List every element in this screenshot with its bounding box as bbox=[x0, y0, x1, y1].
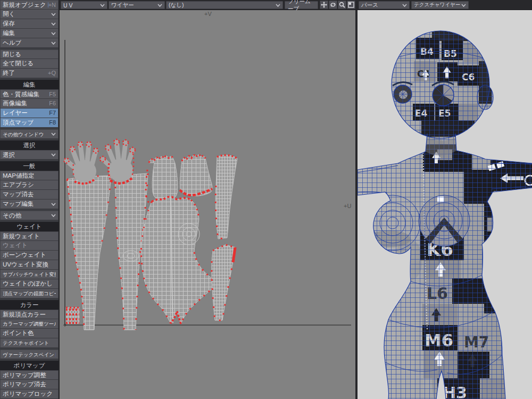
sidebar-item-vertex-map-mirror-copy[interactable]: 頂点マップの鏡面コピー bbox=[0, 289, 59, 298]
select-group: 選択 選択 bbox=[0, 140, 59, 160]
chevron-down-icon bbox=[51, 132, 56, 136]
label: その他ウィンドウ bbox=[3, 130, 44, 139]
sidebar-item-colormap-adjust-tool[interactable]: カラーマップ調整ツール bbox=[0, 319, 59, 329]
label: パース bbox=[361, 2, 378, 9]
weight-group: ウェイト 新規ウェイト ウェイト ボーンウェイト UVウェイト変換 サブパッチウ… bbox=[0, 222, 59, 298]
label: 全て閉じる bbox=[3, 59, 34, 68]
uv-island-foot-top[interactable] bbox=[180, 155, 212, 196]
shortcut: +Q bbox=[48, 69, 56, 78]
sidebar-item-polymap-lock[interactable]: ポリマップロック bbox=[0, 389, 59, 399]
label: (なし) bbox=[169, 2, 184, 9]
model-canvas[interactable]: B4 B5 C4 C6 E4 E5 K6 L6 M6 M7 H3 bbox=[358, 10, 532, 399]
section-header-weight: ウェイト bbox=[0, 222, 59, 231]
sidebar-item-map-erase[interactable]: マップ消去 bbox=[0, 190, 59, 200]
sidebar-item-bone-weight[interactable]: ボーンウェイト bbox=[0, 251, 59, 260]
view-mode-dropdown[interactable]: パース bbox=[359, 1, 410, 9]
label: MAP値指定 bbox=[3, 171, 34, 180]
sidebar-item-color-material-edit[interactable]: 色・質感編集F5 bbox=[0, 89, 59, 99]
shortcut: F8 bbox=[49, 118, 56, 127]
pan-move-icon[interactable] bbox=[320, 1, 328, 9]
layout-panel-icon[interactable] bbox=[347, 1, 355, 9]
label: テクスチャワイヤー bbox=[414, 2, 460, 9]
model-body[interactable]: B4 B5 C4 C6 E4 E5 K6 L6 M6 M7 H3 bbox=[358, 10, 532, 399]
zoom-icon[interactable] bbox=[338, 1, 346, 9]
app-window: { "toolbar": { "uv_mode": "U V", "wire_m… bbox=[0, 0, 532, 399]
section-header-general: 一般 bbox=[0, 161, 59, 171]
window-group: 閉じる 全て閉じる 終了+Q bbox=[0, 49, 59, 78]
shortcut: F6 bbox=[49, 99, 56, 108]
sidebar-item-weight[interactable]: ウェイト bbox=[0, 241, 59, 251]
label: ウェイトのぼかし bbox=[3, 279, 53, 288]
sidebar-item-select[interactable]: 選択 bbox=[0, 150, 59, 160]
uv-island-torso[interactable] bbox=[141, 197, 217, 324]
uv-mode-dropdown[interactable]: U V bbox=[61, 1, 107, 9]
section-header-select: 選択 bbox=[0, 140, 59, 150]
sidebar-item-airbrush[interactable]: エアブラシ bbox=[0, 180, 59, 190]
rotate-view-icon[interactable] bbox=[329, 1, 337, 9]
uv-island-arm-strip-upper[interactable] bbox=[215, 155, 237, 239]
uv-island-selected-patch[interactable] bbox=[66, 307, 79, 323]
chevron-down-icon bbox=[402, 4, 407, 7]
uv-editor-viewport[interactable]: +V +U bbox=[60, 10, 355, 399]
label: その他 bbox=[3, 211, 21, 220]
shortcut: F7 bbox=[49, 109, 56, 118]
others-group: その他 bbox=[0, 211, 59, 220]
sidebar-item-weight-blur[interactable]: ウェイトのぼかし bbox=[0, 279, 59, 289]
sidebar-item-point-color[interactable]: ポイント色 bbox=[0, 329, 59, 338]
sidebar-item-edit[interactable]: 編集 bbox=[0, 29, 59, 38]
label: ヴァーテックスペイント bbox=[3, 350, 56, 359]
chevron-down-icon bbox=[157, 4, 162, 7]
section-header-color: カラー bbox=[0, 300, 59, 310]
sidebar-item-close[interactable]: 閉じる bbox=[0, 49, 59, 59]
perspective-viewport[interactable]: B4 B5 C4 C6 E4 E5 K6 L6 M6 M7 H3 bbox=[358, 10, 532, 399]
chevron-down-icon bbox=[51, 32, 56, 35]
general-group: 一般 MAP値指定 エアブラシ マップ消去 マップ編集 bbox=[0, 161, 59, 209]
sidebar-item-quit[interactable]: 終了+Q bbox=[0, 69, 59, 78]
label: 画像編集 bbox=[3, 99, 27, 108]
uv-island-arm-strip-lower[interactable] bbox=[212, 245, 235, 320]
sidebar-item-others[interactable]: その他 bbox=[0, 211, 59, 220]
chevron-down-icon bbox=[51, 41, 56, 45]
sidebar-item-subpatch-weight-convert[interactable]: サブパッチウェイト変換 bbox=[0, 270, 59, 279]
polymap-group: ポリマップ ポリマップ調整 ポリマップ消去 ポリマップロック bbox=[0, 361, 59, 399]
label: ウェイト bbox=[3, 241, 28, 250]
sidebar-item-new-object[interactable]: 新規オブジェクト+N bbox=[0, 0, 59, 10]
uv-canvas[interactable]: +V +U bbox=[60, 10, 355, 399]
label: ポリマップロック bbox=[3, 389, 53, 398]
label: 色・質感編集 bbox=[3, 90, 39, 99]
sidebar-item-new-weight[interactable]: 新規ウェイト bbox=[0, 231, 59, 241]
sidebar-item-uv-weight-convert[interactable]: UVウェイト変換 bbox=[0, 260, 59, 270]
sidebar-item-polymap-erase[interactable]: ポリマップ消去 bbox=[0, 380, 59, 389]
chevron-down-icon bbox=[276, 4, 280, 7]
sidebar-item-vertex-map[interactable]: 頂点マップF8 bbox=[0, 118, 59, 128]
wire-mode-dropdown[interactable]: ワイヤー bbox=[109, 1, 165, 9]
sidebar-item-polymap-adjust[interactable]: ポリマップ調整 bbox=[0, 370, 59, 380]
sidebar-item-vertex-paint[interactable]: ヴァーテックスペイント bbox=[0, 350, 59, 359]
shortcut: F5 bbox=[49, 90, 56, 99]
sidebar-item-map-edit[interactable]: マップ編集 bbox=[0, 200, 59, 209]
sidebar-item-help[interactable]: ヘルプ bbox=[0, 38, 59, 48]
uv-island-hand-left[interactable] bbox=[64, 142, 98, 184]
sidebar-item-open[interactable]: 開く bbox=[0, 10, 59, 19]
v-axis-label: +V bbox=[204, 11, 212, 17]
label: レイヤー bbox=[3, 109, 28, 118]
chevron-down-icon bbox=[100, 4, 105, 7]
label: マップ編集 bbox=[3, 200, 34, 209]
sidebar-item-other-windows[interactable]: その他ウィンドウ bbox=[0, 129, 59, 139]
sidebar-item-save[interactable]: 保存 bbox=[0, 19, 59, 29]
label: カラーマップ調整ツール bbox=[3, 319, 56, 328]
free-move-button[interactable]: フリームーブ bbox=[285, 1, 318, 9]
chevron-down-icon bbox=[51, 203, 56, 206]
sidebar-item-layer[interactable]: レイヤーF7 bbox=[0, 109, 59, 118]
sidebar-item-image-edit[interactable]: 画像編集F6 bbox=[0, 99, 59, 109]
sidebar-item-close-all[interactable]: 全て閉じる bbox=[0, 59, 59, 69]
label: サブパッチウェイト変換 bbox=[3, 270, 56, 279]
label: 編集 bbox=[3, 29, 15, 38]
shortcut: +N bbox=[48, 1, 56, 10]
material-dropdown[interactable]: (なし) bbox=[166, 1, 283, 9]
display-mode-dropdown[interactable]: テクスチャワイヤー bbox=[411, 1, 469, 9]
sidebar: 新規オブジェクト+N 開く 保存 編集 ヘルプ 閉じる 全て閉じる 終了+Q 編… bbox=[0, 0, 59, 399]
sidebar-item-texture-paint[interactable]: テクスチャポイント bbox=[0, 338, 59, 348]
sidebar-item-map-value[interactable]: MAP値指定 bbox=[0, 171, 59, 180]
sidebar-item-new-vertex-color[interactable]: 新規頂点カラー bbox=[0, 310, 59, 319]
